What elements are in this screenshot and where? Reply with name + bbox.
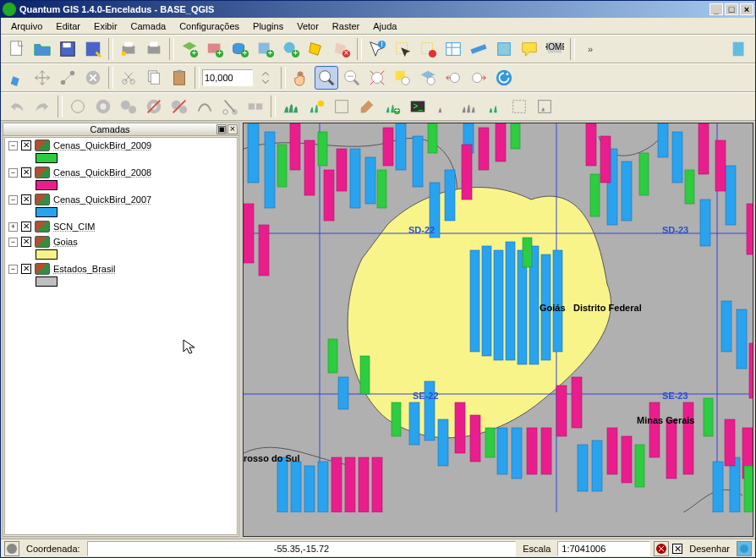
layer-label[interactable]: SCN_CIM [53,222,96,232]
scale-denominator-input[interactable] [202,69,253,86]
delete-selected-button[interactable] [81,66,105,90]
menu-plugins[interactable]: Plugins [246,19,290,33]
layer-label[interactable]: Cenas_QuickBird_2007 [53,194,151,205]
open-project-button[interactable] [30,37,54,61]
layer-goias[interactable]: − ✕ Goias [5,234,237,249]
add-raster-layer-button[interactable]: + [203,37,227,61]
print-composer-button[interactable] [117,37,140,61]
grass-shell-button[interactable]: >_ [406,95,430,118]
delete-part-button[interactable] [167,95,191,118]
layer-quickbird-2007[interactable]: − ✕ Cenas_QuickBird_2007 [5,192,237,207]
identify-button[interactable]: i [365,37,389,61]
deselect-button[interactable] [416,37,440,61]
node-tool-button[interactable] [56,66,79,90]
grass-edit-button[interactable] [355,95,379,118]
layer-label[interactable]: Cenas_QuickBird_2008 [53,167,151,178]
cut-button[interactable] [117,66,140,90]
grass-misc2-button[interactable] [457,95,480,118]
map-tips-button[interactable] [518,37,541,61]
grass-misc5-button[interactable] [533,95,556,118]
add-wms-layer-button[interactable]: + [279,37,303,61]
scale-display[interactable]: 1:7041006 [557,541,650,556]
add-vector-layer-button[interactable]: + [178,37,201,61]
add-ring-button[interactable] [91,95,115,118]
minimize-button[interactable]: _ [709,3,723,15]
zoom-last-button[interactable] [441,66,465,90]
select-button[interactable] [391,37,414,61]
toggle-editing-button[interactable] [5,66,29,90]
menu-arquivo[interactable]: Arquivo [4,19,49,33]
add-postgis-layer-button[interactable]: + [228,37,252,61]
zoom-layer-button[interactable] [416,66,440,90]
help-button[interactable] [727,37,751,61]
add-spatialite-layer-button[interactable]: + [254,37,277,61]
simplify-button[interactable] [66,95,90,118]
stop-render-button[interactable] [4,541,19,556]
merge-button[interactable] [244,95,267,118]
expand-icon[interactable]: − [8,195,18,205]
expand-icon[interactable]: − [8,168,18,178]
zoom-selection-button[interactable] [391,66,414,90]
panel-close-button[interactable]: × [227,124,238,134]
expand-icon[interactable]: − [8,141,18,150]
maximize-button[interactable]: □ [725,3,738,15]
move-feature-button[interactable] [30,66,54,90]
render-checkbox[interactable]: ✕ [672,544,682,554]
panel-float-button[interactable]: ▣ [216,124,227,134]
zoom-in-button[interactable] [315,66,338,90]
scale-stepper[interactable] [254,66,277,90]
zoom-next-button[interactable] [467,66,490,90]
menu-vetor[interactable]: Vetor [290,19,326,33]
layer-scn-cim[interactable]: + ✕ SCN_CIM [5,219,237,234]
layer-checkbox[interactable]: ✕ [21,194,31,205]
layer-checkbox[interactable]: ✕ [21,264,31,274]
zoom-full-button[interactable] [365,66,389,90]
new-project-button[interactable] [5,37,29,61]
new-vector-layer-button[interactable] [304,37,328,61]
layer-label[interactable]: Goias [53,237,78,247]
save-project-button[interactable] [56,37,79,61]
menu-exibir[interactable]: Exibir [87,19,124,33]
expand-icon[interactable]: − [8,238,18,247]
pan-button[interactable] [289,66,313,90]
layer-tree[interactable]: − ✕ Cenas_QuickBird_2009 − ✕ Cenas_Quick… [4,137,238,535]
layer-checkbox[interactable]: ✕ [21,140,31,150]
remove-layer-button[interactable]: × [330,37,353,61]
menu-ajuda[interactable]: Ajuda [366,19,403,33]
refresh-button[interactable] [492,66,516,90]
toolbar-overflow-button[interactable]: » [578,37,602,61]
add-part-button[interactable] [117,95,140,118]
split-button[interactable] [218,95,242,118]
stop-render-icon[interactable] [654,541,669,556]
paste-button[interactable] [167,66,191,90]
attribute-table-button[interactable] [441,37,465,61]
undo-button[interactable] [5,95,29,118]
menu-configuracoes[interactable]: Configurações [173,19,246,33]
layer-estados-brasil[interactable]: − ✕ Estados_Brasil [5,261,237,276]
grass-tools-button[interactable] [279,95,303,118]
print-button[interactable] [142,37,166,61]
grass-new-mapset-button[interactable] [304,95,328,118]
menu-editar[interactable]: Editar [49,19,87,33]
close-button[interactable]: × [740,3,753,15]
measure-line-button[interactable] [467,37,490,61]
bookmarks-button[interactable]: HOME [543,37,567,61]
projection-button[interactable] [737,541,752,556]
copy-button[interactable] [142,66,166,90]
map-canvas[interactable]: SD-22 SD-23 SE-22 SE-23 Goiás Distrito F… [243,123,753,537]
layer-checkbox[interactable]: ✕ [21,167,31,178]
menu-camada[interactable]: Camada [124,19,173,33]
layer-label[interactable]: Estados_Brasil [53,264,115,274]
reshape-button[interactable] [193,95,216,118]
expand-icon[interactable]: − [8,265,18,274]
layer-quickbird-2008[interactable]: − ✕ Cenas_QuickBird_2008 [5,165,237,180]
layer-label[interactable]: Cenas_QuickBird_2009 [53,140,151,150]
delete-ring-button[interactable] [142,95,166,118]
grass-misc3-button[interactable] [482,95,506,118]
grass-misc1-button[interactable] [431,95,455,118]
expand-icon[interactable]: + [8,222,18,232]
grass-region-button[interactable] [330,95,353,118]
measure-area-button[interactable] [492,37,516,61]
layer-checkbox[interactable]: ✕ [21,237,31,247]
redo-button[interactable] [30,95,54,118]
